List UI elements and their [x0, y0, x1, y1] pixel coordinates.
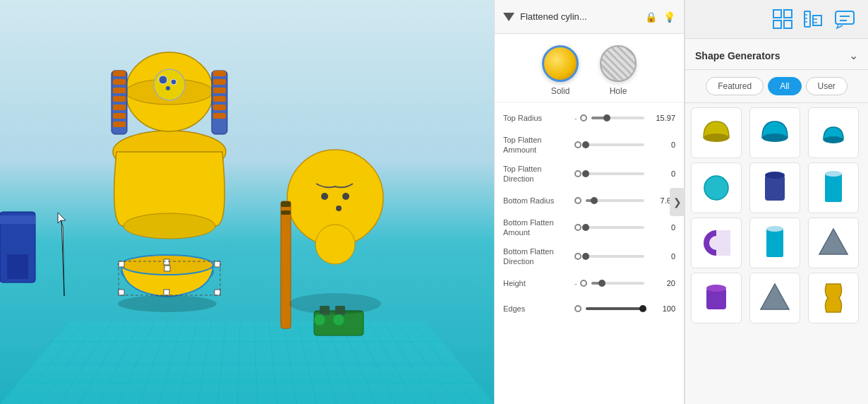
svg-point-69	[765, 172, 785, 179]
param-slider-thumb[interactable]	[582, 253, 589, 260]
param-dot-icon[interactable]	[574, 141, 581, 148]
svg-point-22	[166, 86, 170, 90]
hole-type-button[interactable]: Hole	[600, 45, 637, 96]
solid-type-button[interactable]: Solid	[542, 45, 579, 96]
svg-rect-39	[281, 201, 291, 207]
param-dot-icon[interactable]	[574, 253, 581, 260]
shape-thumbnail-2[interactable]	[749, 107, 800, 158]
param-dot-icon[interactable]	[580, 114, 587, 121]
svg-point-20	[159, 76, 167, 84]
svg-rect-18	[213, 113, 226, 119]
hole-circle-icon	[600, 45, 637, 82]
chat-icon[interactable]	[831, 6, 858, 32]
param-name: Bottom Radius	[503, 196, 570, 206]
param-dot-icon[interactable]	[580, 280, 587, 287]
svg-rect-40	[281, 210, 291, 215]
param-slider[interactable]	[586, 307, 644, 310]
solid-label: Solid	[551, 86, 570, 96]
param-slider-thumb[interactable]	[591, 197, 598, 204]
param-value: 0	[649, 141, 675, 149]
shape-gen-panel: Shape Generators ⌄ FeaturedAllUser ❯	[685, 0, 868, 404]
scene-objects	[0, 0, 494, 404]
svg-rect-9	[113, 105, 126, 110]
dropdown-arrow-icon[interactable]: ⌄	[849, 49, 858, 62]
3d-viewport[interactable]	[0, 0, 494, 404]
svg-point-37	[336, 206, 342, 211]
param-row: Edges100	[495, 296, 684, 321]
svg-rect-75	[766, 229, 783, 257]
svg-rect-25	[119, 261, 124, 267]
properties-panel: Flattened cylin... 🔒 💡 Solid Hole Top Ra…	[494, 0, 685, 404]
param-name: Bottom Flatten Direction	[503, 246, 570, 267]
tab-all[interactable]: All	[768, 77, 801, 95]
param-name: Top Flatten Ammount	[503, 135, 570, 155]
param-slider-thumb[interactable]	[582, 141, 589, 148]
shape-thumbnail-8[interactable]	[749, 218, 800, 268]
param-dot-icon[interactable]	[574, 170, 581, 177]
param-slider[interactable]	[586, 199, 644, 202]
shape-thumbnail-5[interactable]	[749, 162, 800, 213]
param-name: Edges	[503, 304, 570, 314]
param-row: Top Flatten Ammount0	[495, 131, 684, 160]
svg-rect-54	[784, 20, 792, 28]
tab-user[interactable]: User	[806, 77, 848, 95]
param-dot-icon[interactable]	[574, 224, 581, 231]
param-slider-thumb[interactable]	[598, 280, 605, 287]
svg-rect-38	[281, 201, 291, 328]
param-value: 20	[649, 279, 675, 287]
param-row: Top Radius-15.97	[495, 105, 684, 131]
param-slider-thumb[interactable]	[582, 170, 589, 177]
svg-marker-80	[761, 284, 789, 309]
collapse-triangle-icon[interactable]	[503, 13, 514, 21]
collapse-panel-button[interactable]: ❯	[670, 188, 685, 216]
param-slider[interactable]	[586, 172, 644, 175]
params-container: Top Radius-15.97Top Flatten Ammount0Top …	[495, 102, 684, 404]
svg-rect-13	[213, 71, 226, 76]
shape-thumbnail-4[interactable]	[691, 162, 742, 213]
shape-thumbnail-6[interactable]	[808, 162, 859, 213]
param-name: Bottom Flatten Amount	[503, 218, 570, 238]
svg-rect-68	[765, 175, 785, 201]
svg-rect-11	[113, 121, 126, 127]
param-slider[interactable]	[586, 226, 644, 229]
param-name: Top Flatten Direction	[503, 164, 570, 184]
param-slider-thumb[interactable]	[639, 305, 646, 312]
shape-thumbnail-11[interactable]	[749, 273, 800, 323]
svg-point-48	[314, 314, 325, 326]
lock-icon[interactable]: 🔒	[644, 11, 657, 23]
ruler-icon[interactable]	[800, 6, 827, 32]
svg-point-71	[825, 171, 842, 177]
shape-thumbnail-1[interactable]	[691, 107, 742, 158]
shape-thumbnail-12[interactable]	[808, 273, 859, 323]
param-slider[interactable]	[591, 117, 644, 119]
param-slider[interactable]	[586, 143, 644, 146]
param-slider[interactable]	[591, 282, 644, 285]
svg-rect-16	[213, 96, 226, 102]
svg-rect-30	[164, 290, 169, 295]
prop-header: Flattened cylin... 🔒 💡	[495, 0, 684, 34]
grid-view-icon[interactable]	[769, 6, 796, 32]
solid-hole-section: Solid Hole	[495, 34, 684, 102]
svg-point-21	[171, 79, 176, 85]
shape-thumbnail-10[interactable]	[691, 273, 742, 323]
shape-thumbnail-3[interactable]	[808, 107, 859, 158]
param-row: Height-20	[495, 271, 684, 296]
svg-rect-5	[113, 71, 126, 76]
svg-marker-77	[819, 229, 848, 254]
bulb-icon[interactable]: 💡	[663, 11, 675, 23]
param-row: Top Flatten Direction0	[495, 160, 684, 189]
tab-featured[interactable]: Featured	[706, 77, 764, 95]
param-dot-icon[interactable]	[574, 305, 581, 312]
svg-rect-44	[7, 254, 28, 279]
param-slider-thumb[interactable]	[582, 224, 589, 231]
param-slider[interactable]	[586, 255, 644, 258]
shape-thumbnail-7[interactable]	[691, 218, 742, 268]
param-dot-icon[interactable]	[574, 197, 581, 204]
shapes-grid	[685, 103, 868, 404]
svg-rect-53	[773, 20, 781, 28]
shape-thumbnail-9[interactable]	[808, 218, 859, 268]
top-icon-bar	[685, 0, 868, 39]
svg-point-67	[704, 176, 728, 200]
svg-point-76	[766, 226, 783, 232]
param-slider-thumb[interactable]	[603, 114, 610, 121]
